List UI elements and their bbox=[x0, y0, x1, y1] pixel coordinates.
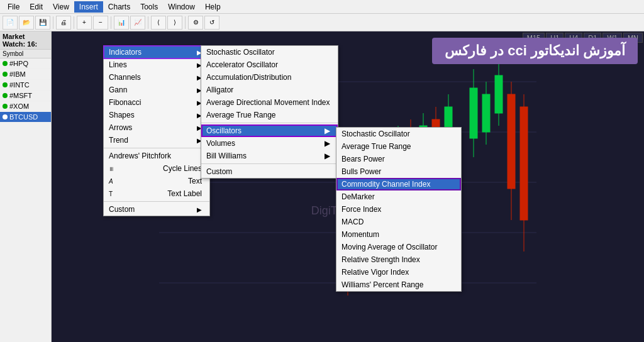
text-icon: A bbox=[109, 178, 113, 185]
osc-rvi[interactable]: Relative Vigor Index bbox=[336, 266, 461, 279]
osc-rsi[interactable]: Relative Strength Index bbox=[336, 253, 461, 266]
insert-text[interactable]: A Text bbox=[104, 175, 209, 187]
osc-force-index-label: Force Index bbox=[341, 205, 381, 214]
ind-atr[interactable]: Average True Range bbox=[201, 109, 338, 121]
ind-accumulation-label: Accumulation/Distribution bbox=[206, 73, 291, 82]
toolbar-open[interactable]: 📂 bbox=[19, 16, 34, 30]
menu-help[interactable]: Help bbox=[200, 1, 226, 13]
indicators-submenu: Stochastic Oscillator Accelerator Oscill… bbox=[201, 45, 338, 179]
btcusd-dot bbox=[3, 114, 8, 119]
fibonacci-label: Fibonacci bbox=[109, 98, 141, 107]
ind-oscillators-arrow: ▶ bbox=[325, 126, 330, 135]
toolbar-forward[interactable]: ⟩ bbox=[167, 16, 182, 30]
osc-stochastic[interactable]: Stochastic Oscillator bbox=[336, 128, 461, 140]
svg-rect-18 bbox=[508, 94, 515, 189]
osc-momentum[interactable]: Momentum bbox=[336, 228, 461, 241]
toolbar-save[interactable]: 💾 bbox=[35, 16, 50, 30]
ind-oscillators[interactable]: Oscillators ▶ bbox=[201, 124, 338, 137]
menu-charts[interactable]: Charts bbox=[103, 1, 135, 13]
ind-bill-williams[interactable]: Bill Williams ▶ bbox=[201, 150, 338, 162]
andrews-label: Andrews' Pitchfork bbox=[109, 152, 171, 160]
insert-fibonacci[interactable]: Fibonacci ▶ bbox=[104, 96, 209, 109]
sidebar-item-intc[interactable]: #INTC bbox=[0, 80, 51, 91]
insert-arrows[interactable]: Arrows ▶ bbox=[104, 121, 209, 134]
osc-rsi-label: Relative Strength Index bbox=[341, 255, 420, 264]
insert-dropdown: Indicators ▶ Lines ▶ Channels ▶ Gann ▶ F… bbox=[103, 45, 210, 216]
menu-file[interactable]: File bbox=[3, 1, 25, 13]
menu-tools[interactable]: Tools bbox=[135, 1, 163, 13]
insert-andrews[interactable]: Andrews' Pitchfork bbox=[104, 150, 209, 162]
svg-rect-6 bbox=[470, 88, 477, 138]
ind-alligator[interactable]: Alligator bbox=[201, 84, 338, 96]
intc-dot bbox=[3, 82, 8, 87]
sep-ind2 bbox=[201, 163, 338, 164]
insert-cycle-lines[interactable]: ⫼ Cycle Lines bbox=[104, 162, 209, 175]
menu-window[interactable]: Window bbox=[163, 1, 200, 13]
toolbar-chart-type[interactable]: 📊 bbox=[114, 16, 129, 30]
toolbar-back[interactable]: ⟨ bbox=[151, 16, 166, 30]
text-label: Text bbox=[188, 177, 202, 185]
ind-bill-williams-label: Bill Williams bbox=[206, 152, 247, 160]
ind-accelerator-label: Accelerator Oscillator bbox=[206, 60, 278, 69]
osc-mao[interactable]: Moving Average of Oscillator bbox=[336, 241, 461, 253]
insert-text-label[interactable]: T Text Label bbox=[104, 187, 209, 200]
osc-cci[interactable]: Commodity Channel Index bbox=[336, 178, 461, 190]
osc-macd[interactable]: MACD bbox=[336, 216, 461, 228]
osc-demarker-label: DeMarker bbox=[341, 192, 375, 201]
menu-edit[interactable]: Edit bbox=[25, 1, 48, 13]
toolbar-sep1 bbox=[53, 16, 53, 29]
toolbar-indicator[interactable]: 📈 bbox=[130, 16, 145, 30]
sep1 bbox=[104, 148, 209, 148]
cycle-lines-icon: ⫼ bbox=[109, 165, 114, 172]
ind-adx[interactable]: Average Directional Movement Index bbox=[201, 96, 338, 109]
osc-force-index[interactable]: Force Index bbox=[336, 203, 461, 216]
toolbar-refresh[interactable]: ↺ bbox=[204, 16, 219, 30]
chart-area: M15 H1 H4 D1 W1 MN آموزش اندیکاتور cci د… bbox=[52, 31, 644, 342]
osc-demarker[interactable]: DeMarker bbox=[336, 190, 461, 203]
osc-momentum-label: Momentum bbox=[341, 230, 379, 239]
toolbar-print[interactable]: 🖨 bbox=[56, 16, 71, 30]
osc-bulls-power-label: Bulls Power bbox=[341, 167, 381, 176]
osc-bears-power-label: Bears Power bbox=[341, 155, 385, 163]
sidebar-item-xom[interactable]: #XOM bbox=[0, 101, 51, 112]
sidebar-item-btcusd[interactable]: BTCUSD bbox=[0, 112, 51, 123]
osc-rvi-label: Relative Vigor Index bbox=[341, 268, 409, 277]
ind-volumes[interactable]: Volumes ▶ bbox=[201, 137, 338, 150]
insert-custom[interactable]: Custom ▶ bbox=[104, 203, 209, 216]
channels-label: Channels bbox=[109, 73, 141, 82]
sidebar-item-hpq[interactable]: #HPQ bbox=[0, 58, 51, 69]
ind-stochastic[interactable]: Stochastic Oscillator bbox=[201, 46, 338, 58]
osc-cci-label: Commodity Channel Index bbox=[341, 180, 430, 189]
toolbar-zoom-out[interactable]: − bbox=[93, 16, 108, 30]
toolbar-zoom-in[interactable]: + bbox=[77, 16, 92, 30]
osc-bears-power[interactable]: Bears Power bbox=[336, 153, 461, 165]
ind-accelerator[interactable]: Accelerator Oscillator bbox=[201, 58, 338, 71]
sidebar-item-ibm[interactable]: #IBM bbox=[0, 69, 51, 80]
insert-indicators[interactable]: Indicators ▶ bbox=[104, 46, 209, 58]
toolbar-sep4 bbox=[148, 16, 148, 29]
menu-insert[interactable]: Insert bbox=[74, 1, 103, 13]
menu-view[interactable]: View bbox=[48, 1, 74, 13]
insert-gann[interactable]: Gann ▶ bbox=[104, 84, 209, 96]
toolbar-settings[interactable]: ⚙ bbox=[188, 16, 203, 30]
ind-accumulation[interactable]: Accumulation/Distribution bbox=[201, 71, 338, 84]
ind-custom[interactable]: Custom bbox=[201, 165, 338, 178]
osc-wpr[interactable]: Williams' Percent Range bbox=[336, 279, 461, 291]
osc-atr[interactable]: Average True Range bbox=[336, 140, 461, 153]
insert-trend[interactable]: Trend ▶ bbox=[104, 134, 209, 146]
sep-ind bbox=[201, 123, 338, 123]
insert-lines[interactable]: Lines ▶ bbox=[104, 58, 209, 71]
insert-shapes[interactable]: Shapes ▶ bbox=[104, 109, 209, 121]
osc-atr-label: Average True Range bbox=[341, 142, 411, 151]
ind-bill-williams-arrow: ▶ bbox=[325, 152, 330, 160]
osc-bulls-power[interactable]: Bulls Power bbox=[336, 165, 461, 178]
oscillators-submenu: Stochastic Oscillator Average True Range… bbox=[336, 127, 462, 292]
sidebar-item-msft[interactable]: #MSFT bbox=[0, 91, 51, 101]
sep2 bbox=[104, 201, 209, 202]
toolbar-sep3 bbox=[111, 16, 111, 29]
toolbar-sep5 bbox=[185, 16, 186, 29]
indicators-label: Indicators bbox=[109, 48, 142, 57]
market-watch-header: Market Watch: 16: bbox=[0, 31, 51, 50]
insert-channels[interactable]: Channels ▶ bbox=[104, 71, 209, 84]
toolbar-new[interactable]: 📄 bbox=[3, 16, 18, 30]
